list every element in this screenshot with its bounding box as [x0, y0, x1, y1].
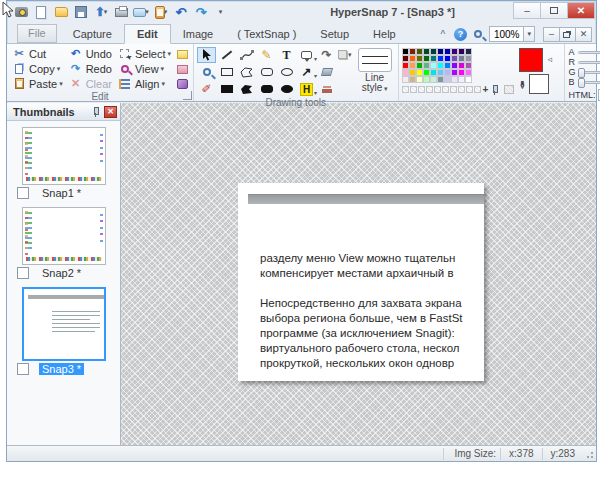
zoom-tool[interactable] [197, 64, 216, 80]
palette-swatch[interactable] [430, 48, 437, 55]
snap1-thumbnail[interactable] [22, 127, 106, 185]
palette-swatch[interactable] [465, 76, 472, 83]
maximize-button[interactable] [540, 2, 568, 19]
align-button[interactable]: Align▾ [116, 76, 173, 91]
shadow-tool-button[interactable]: ▾ [338, 50, 352, 59]
palette-swatch[interactable] [451, 62, 458, 69]
print-button[interactable] [113, 5, 129, 20]
palette-swatch[interactable] [423, 76, 430, 83]
help-icon[interactable]: ? [454, 28, 467, 41]
palette-swatch[interactable] [430, 62, 437, 69]
palette-swatch[interactable] [416, 62, 423, 69]
palette-swatch[interactable] [430, 69, 437, 76]
palette-swatch[interactable] [451, 48, 458, 55]
palette-swatch[interactable] [465, 48, 472, 55]
eyedropper-icon[interactable]: ✒ [515, 80, 529, 90]
tab-help[interactable]: Help [361, 25, 408, 43]
ellipse-tool[interactable] [277, 64, 296, 80]
palette-swatch[interactable] [430, 55, 437, 62]
palette-swatch[interactable] [437, 76, 444, 83]
palette-swatch[interactable] [409, 62, 416, 69]
palette-swatch[interactable] [402, 69, 409, 76]
clear-button[interactable]: ✕Clear [67, 76, 114, 91]
close-button[interactable]: ✕ [567, 2, 595, 19]
qat-undo-button[interactable]: ↶ [173, 5, 189, 20]
cut-button[interactable]: ✂Cut [10, 46, 65, 61]
palette-swatch[interactable] [437, 69, 444, 76]
snap3-thumbnail[interactable] [22, 287, 106, 361]
palette-swatch[interactable] [423, 55, 430, 62]
child-restore-button[interactable] [559, 27, 576, 42]
palette-swatch[interactable] [409, 48, 416, 55]
tab-capture[interactable]: Capture [61, 25, 124, 43]
palette-swatch[interactable] [409, 76, 416, 83]
tab-setup[interactable]: Setup [308, 25, 361, 43]
palette-swatch[interactable] [416, 55, 423, 62]
palette-swatch[interactable] [423, 62, 430, 69]
palette-swatch[interactable] [444, 55, 451, 62]
palette-swatch[interactable] [423, 48, 430, 55]
palette-swatch[interactable] [444, 76, 451, 83]
line-tool[interactable] [217, 47, 236, 63]
palette-swatch[interactable] [409, 69, 416, 76]
filled-rectangle-tool[interactable] [217, 81, 236, 97]
upload-button[interactable]: ⬆▾ [93, 5, 109, 20]
palette-swatch[interactable] [430, 76, 437, 83]
zoom-dropdown-icon[interactable]: ▾ [523, 27, 534, 41]
save-button[interactable] [73, 5, 89, 20]
custom-swatch[interactable] [418, 86, 425, 93]
zoom-level-combo[interactable]: 100% ▾ [489, 26, 535, 42]
pencil-tool[interactable]: ✎ [257, 47, 276, 63]
tab-textsnap[interactable]: ( TextSnap ) [225, 25, 308, 43]
custom-swatch[interactable] [434, 86, 441, 93]
collapse-ribbon-button[interactable]: ^ [435, 27, 451, 42]
palette-swatch[interactable] [444, 62, 451, 69]
copy-button[interactable]: Copy▾ [10, 61, 65, 76]
pin-panel-icon[interactable] [91, 107, 100, 116]
custom-swatch[interactable] [450, 86, 457, 93]
custom-swatch[interactable] [458, 86, 465, 93]
palette-swatch[interactable] [416, 76, 423, 83]
palette-swatch[interactable] [402, 76, 409, 83]
custom-swatch[interactable] [466, 86, 473, 93]
minimize-button[interactable]: – [513, 2, 541, 19]
note-mini-button[interactable] [175, 47, 190, 61]
custom-swatch[interactable] [474, 86, 481, 93]
panel-close-button[interactable]: ✕ [104, 106, 117, 118]
palette-swatch[interactable] [416, 69, 423, 76]
palette-swatch[interactable] [416, 48, 423, 55]
palette-swatch[interactable] [465, 69, 472, 76]
edit-dialog-launcher-icon[interactable] [183, 91, 192, 100]
thumbnail-item-snap2[interactable]: Snap2 * [7, 207, 120, 281]
transparent-swatch[interactable] [504, 85, 514, 94]
palette-swatch[interactable] [451, 55, 458, 62]
custom-swatch[interactable] [410, 86, 417, 93]
custom-swatch[interactable] [426, 86, 433, 93]
text-tool[interactable]: T [277, 47, 296, 63]
rectangle-tool[interactable] [217, 64, 236, 80]
palette-swatch[interactable] [458, 48, 465, 55]
slider-thumb[interactable] [578, 78, 585, 88]
palette-swatch[interactable] [451, 69, 458, 76]
folder-mini-button[interactable] [175, 62, 190, 76]
thumbnail-item-snap1[interactable]: Snap1 * [7, 127, 120, 201]
capture-paste-button[interactable]: ▾ [153, 5, 169, 20]
rounded-rect-tool[interactable] [257, 64, 276, 80]
palette-swatch[interactable] [402, 55, 409, 62]
slider-thumb[interactable] [578, 68, 585, 78]
qat-redo-button[interactable]: ↷ [193, 5, 209, 20]
thumbnail-item-snap3[interactable]: Snap3 * [7, 287, 120, 377]
resize-grip[interactable] [583, 448, 595, 460]
palette-swatch[interactable] [465, 62, 472, 69]
palette-swatch[interactable] [458, 55, 465, 62]
green-slider[interactable] [578, 71, 600, 74]
zoom-glass-button[interactable] [470, 27, 486, 42]
alpha-slider[interactable] [578, 51, 600, 54]
palette-swatch[interactable] [458, 76, 465, 83]
polygon-tool[interactable] [237, 64, 256, 80]
palette-swatch[interactable] [437, 55, 444, 62]
arrow-tool[interactable]: ↗▾ [297, 64, 316, 80]
stamp-tool[interactable] [317, 81, 336, 97]
callout-tool[interactable]: ▾ [297, 47, 316, 63]
marker-tool[interactable]: ✐ [197, 81, 216, 97]
